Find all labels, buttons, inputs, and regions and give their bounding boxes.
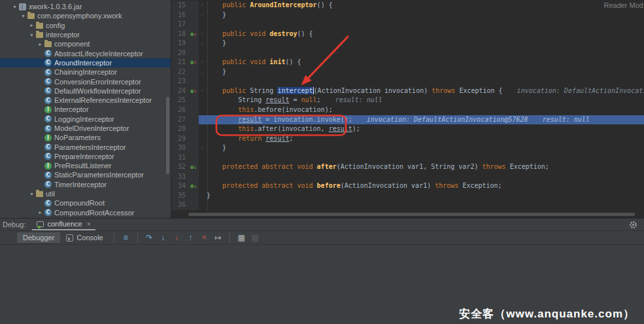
expand-icon[interactable]: ▸ <box>37 41 44 47</box>
step-over-icon[interactable]: ↷ <box>143 232 156 243</box>
fold-marker-icon[interactable]: ▵ <box>199 39 205 48</box>
line-number: 19 <box>171 39 188 48</box>
code-line-29[interactable]: 29 return result; <box>171 134 644 144</box>
tree-item-abstractlifecycleinterceptor[interactable]: CAbstractLifecycleInterceptor <box>0 48 171 58</box>
code-text <box>205 172 207 182</box>
tree-item-compoundrootaccessor[interactable]: ▸CCompoundRootAccessor <box>0 208 171 217</box>
tab-debugger[interactable]: Debugger <box>17 232 60 243</box>
code-line-25[interactable]: 25 String result = null;result: null <box>171 96 644 105</box>
class-icon: C <box>44 50 52 57</box>
tree-item-interceptor[interactable]: ▾interceptor <box>0 30 171 39</box>
collapse-icon[interactable]: ▾ <box>20 13 27 19</box>
drop-frame-icon[interactable]: × <box>197 232 211 243</box>
line-number: 30 <box>171 143 188 153</box>
code-line-23[interactable]: 23 <box>171 77 644 86</box>
fold-column <box>199 172 205 182</box>
collapse-icon[interactable]: ▾ <box>28 191 35 197</box>
tree-item-externalreferencesinterceptor[interactable]: CExternalReferencesInterceptor <box>0 96 171 105</box>
close-tab-icon[interactable]: × <box>87 221 91 228</box>
tab-session-confluence[interactable]: confluence × <box>32 219 95 230</box>
gutter-space <box>188 134 199 144</box>
layout-settings-icon[interactable]: ▤ <box>248 232 262 243</box>
gutter-space <box>188 105 199 115</box>
tree-item-timerinterceptor[interactable]: CTimerInterceptor <box>0 180 171 189</box>
step-out-icon[interactable]: ↑ <box>184 232 197 243</box>
code-line-21[interactable]: 21o↑▿ public void init() { <box>171 58 644 67</box>
tree-item-parametersinterceptor[interactable]: CParametersInterceptor <box>0 142 171 151</box>
reader-mode-hint[interactable]: Reader Mod <box>603 1 643 9</box>
fold-marker-icon[interactable]: ▵ <box>199 10 205 20</box>
code-line-20[interactable]: 20 <box>171 48 644 58</box>
code-line-18[interactable]: 18o↑▿ public void destroy() { <box>171 29 644 39</box>
class-icon: C <box>44 143 52 151</box>
tree-item-com-opensymphony-xwork[interactable]: ▾com.opensymphony.xwork <box>0 11 171 20</box>
run-to-cursor-icon[interactable]: ↦ <box>211 232 225 243</box>
tree-item-compoundroot[interactable]: CCompoundRoot <box>0 198 171 207</box>
code-text <box>205 200 207 210</box>
fold-column <box>199 191 205 201</box>
tree-item-chaininginterceptor[interactable]: CChainingInterceptor <box>0 67 171 77</box>
code-line-16[interactable]: 16▵ } <box>171 10 644 20</box>
debugger-inline-hint: invocation: DefaultActionInvocation@5762… <box>367 116 528 123</box>
code-text: protected abstract void after(ActionInvo… <box>205 162 549 172</box>
code-line-35[interactable]: 35} <box>171 191 644 201</box>
code-line-31[interactable]: 31 <box>171 153 644 163</box>
gutter-space <box>188 67 199 77</box>
fold-marker-icon[interactable]: ▿ <box>199 1 205 10</box>
tree-item-label: PrepareInterceptor <box>54 153 114 160</box>
tree-scrollbar[interactable] <box>166 97 169 174</box>
fold-marker-icon[interactable]: ▿ <box>199 86 205 96</box>
code-line-22[interactable]: 22▵ } <box>171 67 644 77</box>
editor-horizontal-scrollbar[interactable] <box>188 213 635 216</box>
tree-item-defaultworkflowinterceptor[interactable]: CDefaultWorkflowInterceptor <box>0 86 171 96</box>
expand-icon[interactable]: ▸ <box>37 209 44 215</box>
tree-item-xwork-1-0-3-6-jar[interactable]: ▾xwork-1.0.3.6.jar <box>0 2 171 11</box>
code-line-36[interactable]: 36 <box>171 200 644 210</box>
tree-item-prepareinterceptor[interactable]: CPrepareInterceptor <box>0 152 171 161</box>
code-line-15[interactable]: 15▿ public AroundInterceptor() { <box>171 1 644 10</box>
tree-item-interceptor[interactable]: IInterceptor <box>0 105 171 114</box>
tree-item-aroundinterceptor[interactable]: CAroundInterceptor <box>0 58 171 67</box>
code-line-33[interactable]: 33 <box>171 172 644 182</box>
code-line-28[interactable]: 28 this.after(invocation, result); <box>171 124 644 134</box>
code-line-17[interactable]: 17 <box>171 20 644 29</box>
collapse-icon[interactable]: ▾ <box>11 4 18 10</box>
code-line-34[interactable]: 34o↓ protected abstract void before(Acti… <box>171 181 644 191</box>
fold-marker-icon[interactable]: ▵ <box>199 143 205 153</box>
tree-item-label: xwork-1.0.3.6.jar <box>29 3 82 10</box>
line-number: 18 <box>171 29 188 39</box>
implemented-method-gutter-icon: o↓ <box>188 181 199 191</box>
force-step-into-icon[interactable]: ↓ <box>170 232 184 243</box>
code-line-32[interactable]: 32o↓ protected abstract void after(Actio… <box>171 162 644 172</box>
tree-item-label: Interceptor <box>54 105 89 113</box>
expand-icon[interactable]: ▸ <box>28 22 35 28</box>
step-into-icon[interactable]: ↓ <box>156 232 170 243</box>
collapse-icon[interactable]: ▾ <box>28 32 35 38</box>
code-line-30[interactable]: 30▵ } <box>171 143 644 153</box>
tree-item-component[interactable]: ▸component <box>0 39 171 48</box>
tree-item-staticparametersinterceptor[interactable]: CStaticParametersInterceptor <box>0 170 171 179</box>
tree-item-util[interactable]: ▾util <box>0 189 171 198</box>
tree-item-config[interactable]: ▸config <box>0 21 171 30</box>
code-line-27[interactable]: 27 result = invocation.invoke();invocati… <box>171 115 644 125</box>
tree-item-modeldriveninterceptor[interactable]: CModelDrivenInterceptor <box>0 124 171 133</box>
code-line-24[interactable]: 24o↑▿ public String intercept(ActionInvo… <box>171 86 644 96</box>
code-line-19[interactable]: 19▵ } <box>171 39 644 48</box>
code-line-26[interactable]: 26 this.before(invocation); <box>171 105 644 115</box>
gutter-space <box>188 191 199 201</box>
fold-column <box>199 134 205 144</box>
code-editor[interactable]: 15▿ public AroundInterceptor() {16▵ }171… <box>171 0 644 218</box>
fold-marker-icon[interactable]: ▿ <box>199 29 205 39</box>
tree-item-conversionerrorinterceptor[interactable]: CConversionErrorInterceptor <box>0 77 171 86</box>
evaluate-expression-icon[interactable]: ▦ <box>235 232 248 243</box>
fold-marker-icon[interactable]: ▿ <box>199 58 205 67</box>
tree-item-noparameters[interactable]: INoParameters <box>0 133 171 142</box>
fold-marker-icon[interactable]: ▵ <box>199 67 205 77</box>
show-execution-point-icon[interactable]: ≡ <box>119 232 133 243</box>
class-icon: C <box>44 209 52 216</box>
code-text: return result; <box>205 134 293 144</box>
tab-console[interactable]: Console <box>60 232 109 243</box>
tree-item-logginginterceptor[interactable]: CLoggingInterceptor <box>0 115 171 124</box>
tree-item-preresultlistener[interactable]: IPreResultListener <box>0 161 171 170</box>
settings-gear-icon[interactable] <box>629 221 637 229</box>
